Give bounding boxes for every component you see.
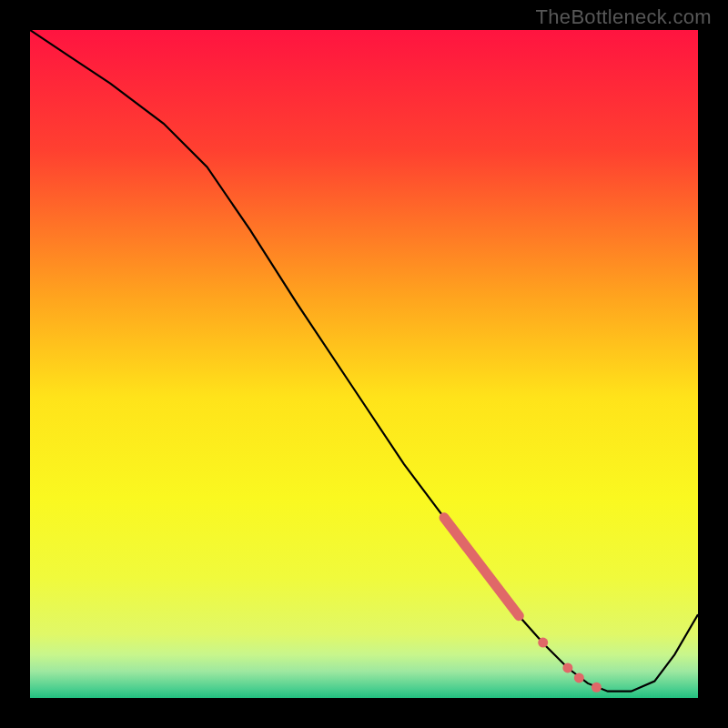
watermark-text: TheBottleneck.com [536,5,712,29]
plot-area [30,30,698,698]
dot-4 [592,682,602,693]
dot-3 [574,672,584,682]
gradient-background [30,30,698,698]
chart-svg [30,30,698,698]
outer-frame: TheBottleneck.com [0,0,728,728]
dot-2 [562,662,572,672]
dot-1 [538,638,548,648]
